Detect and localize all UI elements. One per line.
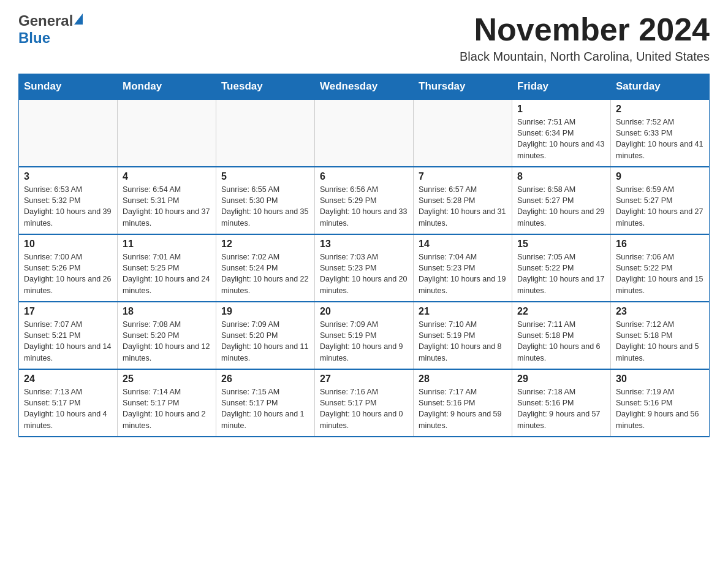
calendar-cell: 24Sunrise: 7:13 AM Sunset: 5:17 PM Dayli… — [19, 369, 118, 437]
day-number: 12 — [221, 239, 309, 250]
day-number: 15 — [517, 239, 605, 250]
day-number: 27 — [320, 373, 408, 385]
day-info: Sunrise: 7:06 AM Sunset: 5:22 PM Dayligh… — [616, 251, 704, 296]
day-info: Sunrise: 6:54 AM Sunset: 5:31 PM Dayligh… — [123, 184, 211, 229]
weekday-header-friday: Friday — [512, 74, 611, 100]
day-info: Sunrise: 7:13 AM Sunset: 5:17 PM Dayligh… — [24, 386, 112, 431]
calendar-cell: 5Sunrise: 6:55 AM Sunset: 5:30 PM Daylig… — [216, 167, 315, 234]
day-number: 13 — [320, 239, 408, 250]
day-number: 26 — [221, 373, 309, 385]
weekday-header-sunday: Sunday — [19, 74, 118, 100]
calendar-table: SundayMondayTuesdayWednesdayThursdayFrid… — [18, 74, 710, 437]
calendar-cell: 19Sunrise: 7:09 AM Sunset: 5:20 PM Dayli… — [216, 302, 315, 369]
weekday-header-tuesday: Tuesday — [216, 74, 315, 100]
day-number: 30 — [616, 373, 704, 385]
day-number: 22 — [517, 306, 605, 317]
day-number: 23 — [616, 306, 704, 317]
day-number: 18 — [123, 306, 211, 317]
calendar-cell: 30Sunrise: 7:19 AM Sunset: 5:16 PM Dayli… — [611, 369, 710, 437]
day-info: Sunrise: 7:00 AM Sunset: 5:26 PM Dayligh… — [24, 251, 112, 296]
day-number: 7 — [419, 171, 507, 182]
calendar-cell: 28Sunrise: 7:17 AM Sunset: 5:16 PM Dayli… — [414, 369, 512, 437]
calendar-cell — [414, 99, 512, 167]
calendar-cell: 4Sunrise: 6:54 AM Sunset: 5:31 PM Daylig… — [118, 167, 216, 234]
day-info: Sunrise: 7:18 AM Sunset: 5:16 PM Dayligh… — [517, 386, 605, 431]
day-info: Sunrise: 7:19 AM Sunset: 5:16 PM Dayligh… — [616, 386, 704, 431]
weekday-header-thursday: Thursday — [414, 74, 512, 100]
calendar-body: 1Sunrise: 7:51 AM Sunset: 6:34 PM Daylig… — [19, 99, 710, 437]
day-number: 21 — [419, 306, 507, 317]
calendar-cell: 23Sunrise: 7:12 AM Sunset: 5:18 PM Dayli… — [611, 302, 710, 369]
calendar-cell: 13Sunrise: 7:03 AM Sunset: 5:23 PM Dayli… — [315, 234, 414, 302]
day-number: 6 — [320, 171, 408, 182]
logo-flag-icon — [74, 13, 83, 25]
calendar-cell: 16Sunrise: 7:06 AM Sunset: 5:22 PM Dayli… — [611, 234, 710, 302]
day-number: 8 — [517, 171, 605, 182]
weekday-header-wednesday: Wednesday — [315, 74, 414, 100]
calendar-week-row: 3Sunrise: 6:53 AM Sunset: 5:32 PM Daylig… — [19, 167, 710, 234]
day-info: Sunrise: 7:14 AM Sunset: 5:17 PM Dayligh… — [123, 386, 211, 431]
day-info: Sunrise: 7:05 AM Sunset: 5:22 PM Dayligh… — [517, 251, 605, 296]
calendar-cell: 8Sunrise: 6:58 AM Sunset: 5:27 PM Daylig… — [512, 167, 611, 234]
day-info: Sunrise: 6:57 AM Sunset: 5:28 PM Dayligh… — [419, 184, 507, 229]
calendar-title: November 2024 — [460, 12, 710, 47]
weekday-header-monday: Monday — [118, 74, 216, 100]
calendar-cell: 22Sunrise: 7:11 AM Sunset: 5:18 PM Dayli… — [512, 302, 611, 369]
day-number: 11 — [123, 239, 211, 250]
day-info: Sunrise: 7:01 AM Sunset: 5:25 PM Dayligh… — [123, 251, 211, 296]
calendar-cell: 1Sunrise: 7:51 AM Sunset: 6:34 PM Daylig… — [512, 99, 611, 167]
day-number: 20 — [320, 306, 408, 317]
calendar-cell: 18Sunrise: 7:08 AM Sunset: 5:20 PM Dayli… — [118, 302, 216, 369]
calendar-cell: 14Sunrise: 7:04 AM Sunset: 5:23 PM Dayli… — [414, 234, 512, 302]
day-info: Sunrise: 7:07 AM Sunset: 5:21 PM Dayligh… — [24, 319, 112, 364]
weekday-row: SundayMondayTuesdayWednesdayThursdayFrid… — [19, 74, 710, 100]
calendar-cell: 11Sunrise: 7:01 AM Sunset: 5:25 PM Dayli… — [118, 234, 216, 302]
calendar-week-row: 10Sunrise: 7:00 AM Sunset: 5:26 PM Dayli… — [19, 234, 710, 302]
calendar-week-row: 17Sunrise: 7:07 AM Sunset: 5:21 PM Dayli… — [19, 302, 710, 369]
day-info: Sunrise: 7:02 AM Sunset: 5:24 PM Dayligh… — [221, 251, 309, 296]
calendar-week-row: 1Sunrise: 7:51 AM Sunset: 6:34 PM Daylig… — [19, 99, 710, 167]
day-number: 19 — [221, 306, 309, 317]
calendar-cell: 17Sunrise: 7:07 AM Sunset: 5:21 PM Dayli… — [19, 302, 118, 369]
calendar-cell: 29Sunrise: 7:18 AM Sunset: 5:16 PM Dayli… — [512, 369, 611, 437]
day-number: 24 — [24, 373, 112, 385]
calendar-cell: 26Sunrise: 7:15 AM Sunset: 5:17 PM Dayli… — [216, 369, 315, 437]
calendar-cell: 21Sunrise: 7:10 AM Sunset: 5:19 PM Dayli… — [414, 302, 512, 369]
day-number: 17 — [24, 306, 112, 317]
calendar-week-row: 24Sunrise: 7:13 AM Sunset: 5:17 PM Dayli… — [19, 369, 710, 437]
day-number: 28 — [419, 373, 507, 385]
day-info: Sunrise: 6:58 AM Sunset: 5:27 PM Dayligh… — [517, 184, 605, 229]
calendar-cell: 9Sunrise: 6:59 AM Sunset: 5:27 PM Daylig… — [611, 167, 710, 234]
day-number: 10 — [24, 239, 112, 250]
day-number: 3 — [24, 171, 112, 182]
day-number: 4 — [123, 171, 211, 182]
calendar-cell — [315, 99, 414, 167]
day-number: 29 — [517, 373, 605, 385]
calendar-cell: 27Sunrise: 7:16 AM Sunset: 5:17 PM Dayli… — [315, 369, 414, 437]
calendar-cell: 6Sunrise: 6:56 AM Sunset: 5:29 PM Daylig… — [315, 167, 414, 234]
day-info: Sunrise: 7:03 AM Sunset: 5:23 PM Dayligh… — [320, 251, 408, 296]
page-header: General Blue November 2024 Black Mountai… — [18, 12, 710, 64]
calendar-cell — [216, 99, 315, 167]
day-number: 2 — [616, 104, 704, 115]
day-info: Sunrise: 7:12 AM Sunset: 5:18 PM Dayligh… — [616, 319, 704, 364]
calendar-cell: 10Sunrise: 7:00 AM Sunset: 5:26 PM Dayli… — [19, 234, 118, 302]
day-info: Sunrise: 6:55 AM Sunset: 5:30 PM Dayligh… — [221, 184, 309, 229]
day-info: Sunrise: 7:11 AM Sunset: 5:18 PM Dayligh… — [517, 319, 605, 364]
calendar-cell: 2Sunrise: 7:52 AM Sunset: 6:33 PM Daylig… — [611, 99, 710, 167]
logo-general: General — [18, 12, 73, 29]
weekday-header-saturday: Saturday — [611, 74, 710, 100]
day-info: Sunrise: 7:09 AM Sunset: 5:20 PM Dayligh… — [221, 319, 309, 364]
logo-blue: Blue — [18, 29, 50, 46]
calendar-header: SundayMondayTuesdayWednesdayThursdayFrid… — [19, 74, 710, 100]
day-number: 14 — [419, 239, 507, 250]
calendar-subtitle: Black Mountain, North Carolina, United S… — [460, 50, 710, 64]
day-info: Sunrise: 7:15 AM Sunset: 5:17 PM Dayligh… — [221, 386, 309, 431]
calendar-cell — [118, 99, 216, 167]
logo: General Blue — [18, 12, 83, 47]
day-info: Sunrise: 7:52 AM Sunset: 6:33 PM Dayligh… — [616, 117, 704, 161]
day-info: Sunrise: 6:56 AM Sunset: 5:29 PM Dayligh… — [320, 184, 408, 229]
day-info: Sunrise: 7:09 AM Sunset: 5:19 PM Dayligh… — [320, 319, 408, 364]
calendar-cell: 12Sunrise: 7:02 AM Sunset: 5:24 PM Dayli… — [216, 234, 315, 302]
calendar-cell: 25Sunrise: 7:14 AM Sunset: 5:17 PM Dayli… — [118, 369, 216, 437]
